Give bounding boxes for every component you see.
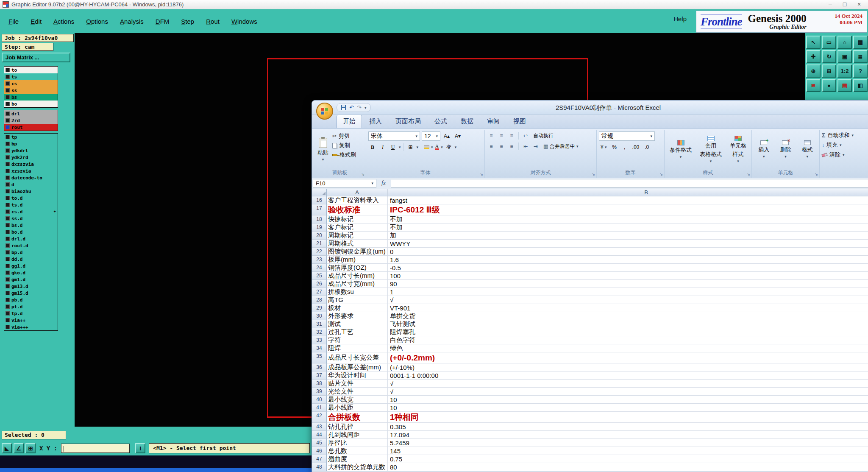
- cell-a47[interactable]: 翘曲度: [327, 455, 388, 463]
- cell-b36[interactable]: (+/-10%): [388, 363, 868, 371]
- dropdown-icon[interactable]: ▾: [417, 145, 419, 149]
- cell-b27[interactable]: 1: [388, 288, 868, 296]
- cell-b39[interactable]: √: [388, 388, 868, 396]
- row-number[interactable]: 32: [312, 328, 327, 336]
- layer-row-bp[interactable]: bp: [4, 140, 58, 147]
- layer-toggle[interactable]: [6, 203, 10, 207]
- cell-a48[interactable]: 大料拼的交货单元数: [327, 463, 388, 471]
- row-number[interactable]: 26: [312, 280, 327, 288]
- layer-toggle[interactable]: [6, 135, 10, 139]
- tab-插入[interactable]: 插入: [363, 115, 388, 128]
- layer-toggle[interactable]: [6, 95, 10, 99]
- cell-b16[interactable]: fangst: [388, 196, 868, 204]
- layer-toggle[interactable]: [6, 112, 10, 116]
- layer-row-ts[interactable]: ts: [4, 73, 58, 80]
- layer-row-2rd[interactable]: 2rd: [4, 117, 58, 124]
- layer-toggle[interactable]: [6, 264, 10, 268]
- layer-row-ydk2rd[interactable]: ydk2rd: [4, 154, 58, 161]
- cell-b42[interactable]: 1种相同: [388, 412, 868, 423]
- cell-a24[interactable]: 铜箔厚度(OZ): [327, 264, 388, 272]
- increase-decimal-button[interactable]: .00: [631, 143, 641, 151]
- layer-row-rout.d[interactable]: rout.d: [4, 242, 58, 249]
- layer-row-gko.d[interactable]: gko.d: [4, 269, 58, 276]
- layer-row-dd.d[interactable]: dd.d: [4, 256, 58, 263]
- cell-b30[interactable]: 单拼交货: [388, 312, 868, 320]
- refresh-tool-icon[interactable]: ↻: [822, 50, 836, 63]
- cell-a17[interactable]: 验收标准: [327, 204, 388, 215]
- layer-toggle[interactable]: [6, 68, 10, 72]
- dialog-launcher-icon[interactable]: ↘: [659, 172, 663, 176]
- menu-step[interactable]: Step: [181, 18, 194, 25]
- number-format-select[interactable]: 常规▾: [599, 131, 655, 141]
- phonetic-button[interactable]: 变: [445, 143, 453, 151]
- decrease-decimal-button[interactable]: .0: [643, 143, 651, 151]
- angle-button[interactable]: ∠: [14, 443, 24, 453]
- layer-row-ss.d[interactable]: ss.d: [4, 215, 58, 222]
- cell-b29[interactable]: VT-901: [388, 304, 868, 312]
- cell-b43[interactable]: 0.305: [388, 423, 868, 431]
- cells-tool-icon[interactable]: ⊞: [822, 64, 836, 78]
- cell-a35[interactable]: 成品尺寸长宽公差: [327, 352, 388, 363]
- row-number[interactable]: 45: [312, 439, 327, 447]
- layer-toggle[interactable]: [6, 209, 10, 214]
- ratio-tool-icon[interactable]: 1:2: [837, 64, 852, 78]
- align-center-button[interactable]: ≡: [497, 142, 506, 151]
- row-number[interactable]: 39: [312, 388, 327, 396]
- layer-toggle[interactable]: [6, 271, 10, 275]
- cell-b18[interactable]: 不加: [388, 215, 868, 223]
- menu-help[interactable]: Help: [673, 15, 687, 22]
- row-number[interactable]: 27: [312, 288, 327, 296]
- menu-windows[interactable]: Windows: [231, 18, 257, 25]
- borders-button[interactable]: ⊞: [406, 143, 415, 151]
- row-number[interactable]: 20: [312, 232, 327, 240]
- net-tool-icon[interactable]: ≋: [806, 79, 821, 92]
- format-as-table-button[interactable]: 套用 表格格式 ▾: [698, 131, 723, 168]
- layer-toggle[interactable]: [6, 304, 10, 309]
- layer-row-dxzszvia[interactable]: dxzszvia: [4, 161, 58, 168]
- tab-视图[interactable]: 视图: [507, 115, 532, 128]
- layer-row-ydkdrl[interactable]: ydkdrl: [4, 147, 58, 154]
- layer-toggle[interactable]: [6, 102, 10, 106]
- row-number[interactable]: 21: [312, 240, 327, 248]
- cell-b46[interactable]: 145: [388, 447, 868, 455]
- undo-icon[interactable]: ↶: [349, 104, 354, 111]
- cell-a46[interactable]: 总孔数: [327, 447, 388, 455]
- layer-row-cs.d[interactable]: cs.d✦: [4, 208, 58, 215]
- cell-b22[interactable]: 0: [388, 248, 868, 256]
- cell-b41[interactable]: 10: [388, 404, 868, 412]
- row-number[interactable]: 19: [312, 223, 327, 232]
- cell-a19[interactable]: 客户标记: [327, 223, 388, 232]
- layer-row-bp.d[interactable]: bp.d: [4, 249, 58, 256]
- decrease-indent-button[interactable]: ⇤: [521, 142, 530, 151]
- wrap-text-button[interactable]: 自动换行: [531, 131, 555, 140]
- cell-a43[interactable]: 钻孔孔径: [327, 423, 388, 431]
- layer-row-rout[interactable]: rout: [4, 124, 58, 131]
- cell-a44[interactable]: 孔到线间距: [327, 431, 388, 439]
- cell-b28[interactable]: √: [388, 296, 868, 304]
- row-number[interactable]: 34: [312, 344, 327, 352]
- menu-edit[interactable]: Edit: [31, 18, 42, 25]
- layer-toggle[interactable]: [6, 291, 10, 295]
- cell-a38[interactable]: 贴片文件: [327, 380, 388, 388]
- menu-analysis[interactable]: Analysis: [120, 18, 144, 25]
- layer-toggle[interactable]: [6, 88, 10, 92]
- align-middle-button[interactable]: ≡: [497, 131, 506, 140]
- formula-input[interactable]: [391, 179, 868, 188]
- conditional-formatting-button[interactable]: 条件格式 ▾: [668, 131, 693, 168]
- list-tool-icon[interactable]: ≣: [853, 50, 868, 63]
- layer-toggle[interactable]: [6, 284, 10, 288]
- copy-button[interactable]: 复制: [332, 142, 356, 149]
- fx-icon[interactable]: fx: [376, 180, 391, 187]
- font-size-select[interactable]: 12▾: [422, 131, 440, 141]
- tab-开始[interactable]: 开始: [337, 115, 362, 128]
- layer-row-gm15.d[interactable]: gm15.d: [4, 290, 58, 296]
- layer-row-bs[interactable]: bs: [4, 94, 58, 101]
- paste-button[interactable]: 粘贴 ▾: [316, 131, 330, 168]
- row-number[interactable]: 48: [312, 463, 327, 471]
- cell-a16[interactable]: 客户工程资料录入: [327, 196, 388, 204]
- row-number[interactable]: 28: [312, 296, 327, 304]
- row-number[interactable]: 41: [312, 404, 327, 412]
- layer-row-d[interactable]: d: [4, 181, 58, 188]
- dialog-launcher-icon[interactable]: ↘: [747, 172, 750, 176]
- table-tool-icon[interactable]: ▤: [837, 79, 852, 92]
